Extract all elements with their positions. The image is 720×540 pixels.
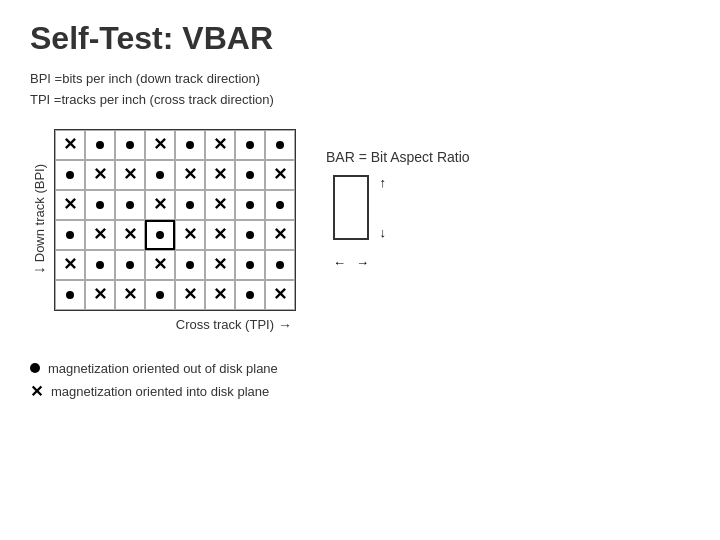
dot-bit — [246, 291, 254, 299]
grid-cell — [115, 130, 145, 160]
grid-cell: ✕ — [175, 220, 205, 250]
grid-cell — [145, 220, 175, 250]
grid-cell — [145, 280, 175, 310]
down-track-text: Down track (BPI) — [32, 164, 47, 262]
diagram-area: ↓ Down track (BPI) ✕✕✕✕✕✕✕✕✕✕✕✕✕✕✕✕✕✕✕✕✕… — [30, 129, 690, 333]
dot-bit — [186, 141, 194, 149]
cross-bit: ✕ — [213, 196, 227, 213]
right-arrow-icon: → — [278, 317, 292, 333]
dot-bit — [246, 171, 254, 179]
grid-cell: ✕ — [265, 220, 295, 250]
bit-grid: ✕✕✕✕✕✕✕✕✕✕✕✕✕✕✕✕✕✕✕✕✕✕✕✕ — [54, 129, 296, 311]
grid-cell: ✕ — [205, 280, 235, 310]
cross-bit: ✕ — [93, 226, 107, 243]
dot-bit — [156, 291, 164, 299]
dot-bit — [96, 141, 104, 149]
grid-cell — [235, 160, 265, 190]
grid-cell: ✕ — [175, 280, 205, 310]
grid-cell: ✕ — [55, 250, 85, 280]
grid-cell — [235, 220, 265, 250]
cross-bit: ✕ — [273, 166, 287, 183]
grid-cell: ✕ — [175, 160, 205, 190]
grid-cell: ✕ — [115, 160, 145, 190]
grid-cell — [115, 250, 145, 280]
dot-bit — [126, 261, 134, 269]
grid-cell — [115, 190, 145, 220]
subtitle-line2: TPI =tracks per inch (cross track direct… — [30, 90, 690, 111]
cross-bit: ✕ — [273, 226, 287, 243]
grid-cell — [235, 280, 265, 310]
grid-cell: ✕ — [205, 130, 235, 160]
grid-wrapper: ↓ Down track (BPI) ✕✕✕✕✕✕✕✕✕✕✕✕✕✕✕✕✕✕✕✕✕… — [30, 129, 296, 333]
grid-cell: ✕ — [145, 130, 175, 160]
bar-info: BAR = Bit Aspect Ratio ↑ ↓ ← → — [326, 149, 470, 270]
dot-bit — [276, 141, 284, 149]
grid-cell — [85, 190, 115, 220]
dot-bit — [246, 231, 254, 239]
cross-bit: ✕ — [213, 166, 227, 183]
cross-bit: ✕ — [153, 136, 167, 153]
page-title: Self-Test: VBAR — [30, 20, 690, 57]
grid-cell — [145, 160, 175, 190]
cross-bit: ✕ — [153, 196, 167, 213]
dot-bit — [186, 201, 194, 209]
cross-bit: ✕ — [63, 256, 77, 273]
cross-bit: ✕ — [183, 286, 197, 303]
cross-bit: ✕ — [93, 286, 107, 303]
grid-cell: ✕ — [55, 190, 85, 220]
dot-bit — [96, 201, 104, 209]
bar-label: BAR = Bit Aspect Ratio — [326, 149, 470, 165]
legend-cross-text: magnetization oriented into disk plane — [51, 384, 269, 399]
dot-bit — [276, 261, 284, 269]
cross-track-text: Cross track (TPI) — [176, 317, 274, 332]
subtitle-block: BPI =bits per inch (down track direction… — [30, 69, 690, 111]
cross-bit: ✕ — [183, 226, 197, 243]
grid-cell — [235, 190, 265, 220]
dot-bit — [246, 261, 254, 269]
cross-bit: ✕ — [63, 196, 77, 213]
vertical-arrow: ↑ ↓ — [380, 175, 387, 240]
up-arrow-icon: ↑ — [380, 175, 387, 190]
dot-bit — [66, 171, 74, 179]
grid-cell: ✕ — [85, 160, 115, 190]
bar-diagram: ↑ ↓ ← → — [326, 175, 386, 270]
right-arrow-icon2: → — [356, 255, 369, 270]
grid-cell — [85, 250, 115, 280]
highlighted-dot-bit — [156, 231, 164, 239]
cross-bit: ✕ — [123, 286, 137, 303]
grid-cell: ✕ — [205, 220, 235, 250]
cross-bit: ✕ — [123, 166, 137, 183]
legend-area: magnetization oriented out of disk plane… — [30, 361, 690, 400]
grid-cell: ✕ — [265, 160, 295, 190]
grid-cell: ✕ — [85, 220, 115, 250]
grid-cell — [265, 130, 295, 160]
grid-cell — [55, 220, 85, 250]
bar-rect — [333, 175, 369, 240]
cross-bit: ✕ — [153, 256, 167, 273]
grid-cell: ✕ — [115, 280, 145, 310]
dot-bit — [246, 141, 254, 149]
grid-cell: ✕ — [265, 280, 295, 310]
horizontal-arrow: ← → — [333, 255, 369, 270]
cross-icon: ✕ — [30, 384, 43, 400]
grid-cell: ✕ — [145, 250, 175, 280]
grid-cell — [55, 160, 85, 190]
dot-bit — [66, 291, 74, 299]
legend-cross-item: ✕ magnetization oriented into disk plane — [30, 384, 690, 400]
grid-cell: ✕ — [85, 280, 115, 310]
cross-bit: ✕ — [273, 286, 287, 303]
cross-bit: ✕ — [93, 166, 107, 183]
grid-cell: ✕ — [205, 190, 235, 220]
down-arrow-icon2: ↓ — [380, 225, 387, 240]
dot-bit — [96, 261, 104, 269]
left-arrow-icon: ← — [333, 255, 346, 270]
down-track-label: ↓ Down track (BPI) — [30, 164, 48, 274]
grid-cell — [235, 250, 265, 280]
dot-bit — [276, 201, 284, 209]
cross-bit: ✕ — [213, 226, 227, 243]
dot-bit — [186, 261, 194, 269]
grid-cell — [265, 190, 295, 220]
grid-cell — [175, 130, 205, 160]
cross-track-label: Cross track (TPI) → — [176, 317, 296, 333]
grid-cell — [175, 190, 205, 220]
